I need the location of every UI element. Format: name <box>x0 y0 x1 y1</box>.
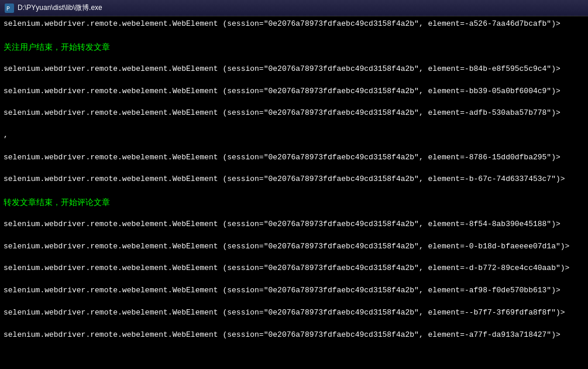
window: P D:\PYyuan\dist\lib\微博.exe selenium.web… <box>0 0 588 369</box>
svg-text:P: P <box>6 6 10 12</box>
title-bar: P D:\PYyuan\dist\lib\微博.exe <box>0 0 588 16</box>
title-bar-text: D:\PYyuan\dist\lib\微博.exe <box>18 3 102 13</box>
terminal-output: selenium.webdriver.remote.webelement.Web… <box>4 19 584 351</box>
terminal-window[interactable]: selenium.webdriver.remote.webelement.Web… <box>0 16 588 369</box>
app-icon: P <box>5 4 14 13</box>
